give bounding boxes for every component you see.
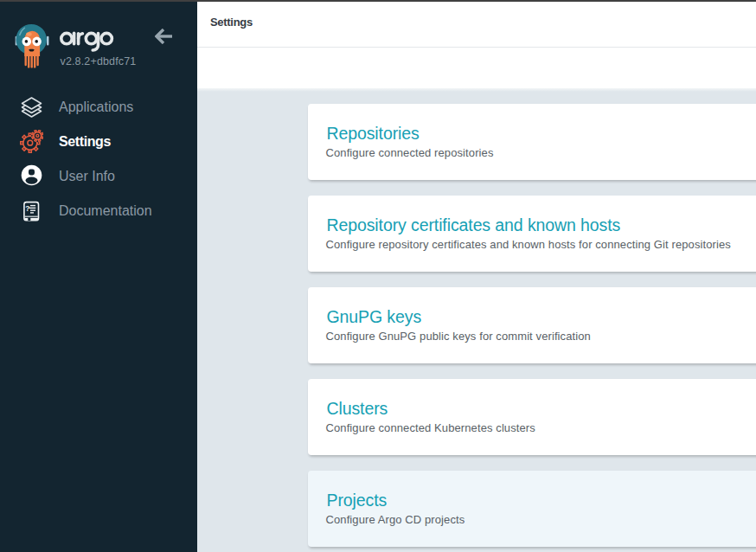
svg-text:?: ? — [25, 204, 29, 213]
